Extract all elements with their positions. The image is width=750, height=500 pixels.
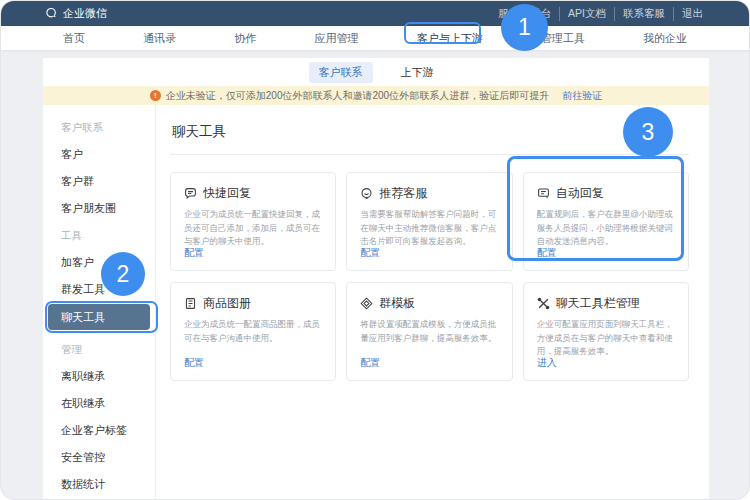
chat-toolbar-enter-link[interactable]: 进入 (537, 356, 676, 370)
card-description: 企业可配置应用页面到聊天工具栏，方便成员在与客户的聊天中查看和使用，提高服务效率… (537, 318, 676, 356)
nav-item-home[interactable]: 首页 (63, 31, 85, 46)
app-logo: 企业微信 (45, 6, 107, 21)
nav-item-my-company[interactable]: 我的企业 (643, 31, 687, 46)
product-album-configure-link[interactable]: 配置 (184, 356, 323, 370)
sidebar-item-add-customer[interactable]: 加客户 (43, 249, 155, 276)
card-title-text: 自动回复 (556, 185, 604, 202)
recommend-service-configure-link[interactable]: 配置 (360, 246, 499, 260)
nav-item-contacts[interactable]: 通讯录 (143, 31, 176, 46)
verification-warning-bar: ! 企业未验证，仅可添加200位外部联系人和邀请200位外部联系人进群，验证后即… (43, 86, 709, 105)
sidebar-item-resigned-inheritance[interactable]: 离职继承 (43, 363, 155, 390)
go-verify-link[interactable]: 前往验证 (562, 89, 602, 103)
sidebar-group-tools: 工具 (43, 222, 155, 249)
card-group-template: 群模板 将群设置项配置成模板，方便成员批量应用到客户群聊，提高服务效率。 配置 (346, 282, 512, 381)
page-title: 聊天工具 (172, 123, 689, 141)
sidebar-item-customer-groups[interactable]: 客户群 (43, 168, 155, 195)
quick-reply-configure-link[interactable]: 配置 (184, 246, 323, 260)
card-description: 当需要客服帮助解答客户问题时，可在聊天中主动推荐微信客服，客户点击名片即可向客服… (360, 208, 499, 246)
tab-customer-contact[interactable]: 客户联系 (309, 62, 373, 83)
card-title-text: 聊天工具栏管理 (556, 295, 640, 312)
panel-body: 客户联系 客户 客户群 客户朋友圈 工具 加客户 群发工具 聊天工具 管理 离职… (43, 105, 709, 499)
chat-toolbar-icon (537, 297, 550, 310)
recommend-service-icon (360, 187, 373, 200)
sidebar: 客户联系 客户 客户群 客户朋友圈 工具 加客户 群发工具 聊天工具 管理 离职… (43, 105, 156, 499)
sidebar-item-security-control[interactable]: 安全管控 (43, 444, 155, 471)
product-album-icon (184, 297, 197, 310)
api-docs-link[interactable]: API文档 (559, 7, 614, 21)
sidebar-item-group-message[interactable]: 群发工具 (43, 276, 155, 303)
sidebar-item-onjob-inheritance[interactable]: 在职继承 (43, 390, 155, 417)
sub-tabs: 客户联系 上下游 (43, 58, 709, 86)
content-panel: 客户联系 上下游 ! 企业未验证，仅可添加200位外部联系人和邀请200位外部联… (43, 58, 709, 499)
card-description: 配置规则后，客户在群里@小助理或服务人员提问，小助理将根据关键词自动发送消息内容… (537, 208, 676, 246)
card-description: 企业可为成员统一配置快捷回复，成员还可自己添加，添加后，成员可在与客户的聊天中使… (184, 208, 323, 246)
card-quick-reply: 快捷回复 企业可为成员统一配置快捷回复，成员还可自己添加，添加后，成员可在与客户… (170, 172, 336, 271)
auto-reply-configure-link[interactable]: 配置 (537, 246, 676, 260)
title-divider (170, 154, 689, 155)
card-auto-reply: 自动回复 配置规则后，客户在群里@小助理或服务人员提问，小助理将根据关键词自动发… (523, 172, 689, 271)
nav-item-customers-upstream-downstream[interactable]: 客户与上下游 (417, 31, 483, 46)
group-template-icon (360, 297, 373, 310)
sidebar-item-customers[interactable]: 客户 (43, 141, 155, 168)
tab-upstream-downstream[interactable]: 上下游 (391, 62, 444, 83)
logout-link[interactable]: 退出 (673, 7, 711, 21)
app-logo-text: 企业微信 (63, 6, 107, 21)
card-title-text: 商品图册 (203, 295, 251, 312)
wechat-work-logo-icon (45, 7, 58, 20)
sidebar-item-customer-moments[interactable]: 客户朋友圈 (43, 195, 155, 222)
nav-item-app-management[interactable]: 应用管理 (314, 31, 358, 46)
nav-item-collaboration[interactable]: 协作 (234, 31, 256, 46)
app-window: 企业微信 服务商后台 API文档 联系客服 退出 首页 通讯录 协作 应用管理 … (0, 0, 750, 500)
card-chat-toolbar-management: 聊天工具栏管理 企业可配置应用页面到聊天工具栏，方便成员在与客户的聊天中查看和使… (523, 282, 689, 381)
group-template-configure-link[interactable]: 配置 (360, 356, 499, 370)
card-product-album: 商品图册 企业为成员统一配置商品图册，成员可在与客户沟通中使用。 配置 (170, 282, 336, 381)
card-title-text: 群模板 (379, 295, 415, 312)
warning-icon: ! (150, 90, 161, 101)
primary-nav: 首页 通讯录 协作 应用管理 客户与上下游 管理工具 我的企业 (1, 26, 749, 50)
topbar: 企业微信 服务商后台 API文档 联系客服 退出 (1, 1, 749, 26)
warning-text: 企业未验证，仅可添加200位外部联系人和邀请200位外部联系人进群，验证后即可提… (166, 89, 549, 103)
auto-reply-icon (537, 187, 550, 200)
card-title-text: 快捷回复 (203, 185, 251, 202)
card-recommend-service: 推荐客服 当需要客服帮助解答客户问题时，可在聊天中主动推荐微信客服，客户点击名片… (346, 172, 512, 271)
topbar-links: 服务商后台 API文档 联系客服 退出 (491, 7, 711, 21)
feature-cards: 快捷回复 企业可为成员统一配置快捷回复，成员还可自己添加，添加后，成员可在与客户… (170, 172, 689, 381)
sidebar-item-customer-tags[interactable]: 企业客户标签 (43, 417, 155, 444)
card-description: 将群设置项配置成模板，方便成员批量应用到客户群聊，提高服务效率。 (360, 318, 499, 345)
nav-item-management-tools[interactable]: 管理工具 (541, 31, 585, 46)
contact-support-link[interactable]: 联系客服 (614, 7, 673, 21)
sidebar-group-management: 管理 (43, 336, 155, 363)
main-content: 聊天工具 快捷回复 企业可为成 (156, 105, 709, 499)
card-description: 企业为成员统一配置商品图册，成员可在与客户沟通中使用。 (184, 318, 323, 345)
quick-reply-icon (184, 187, 197, 200)
sidebar-group-customer-contact: 客户联系 (43, 114, 155, 141)
sidebar-item-chat-tools[interactable]: 聊天工具 (48, 304, 150, 330)
card-title-text: 推荐客服 (379, 185, 427, 202)
sidebar-item-statistics[interactable]: 数据统计 (43, 471, 155, 498)
provider-console-link[interactable]: 服务商后台 (491, 7, 560, 21)
